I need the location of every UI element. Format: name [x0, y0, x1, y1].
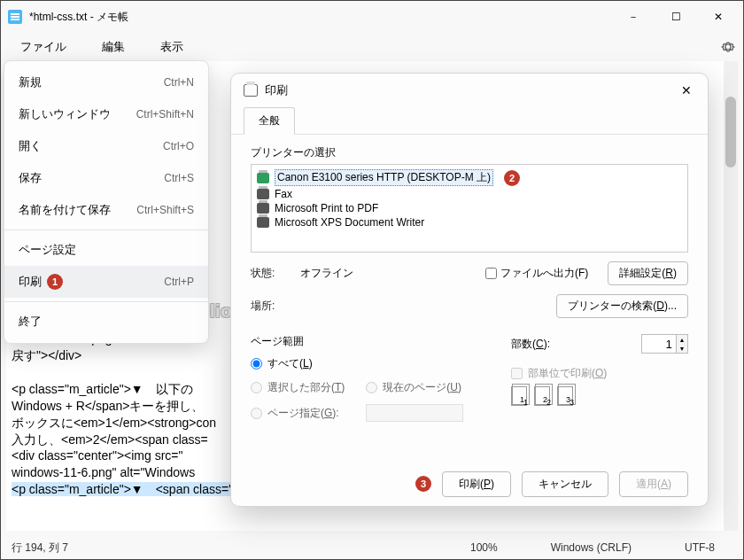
range-all-radio[interactable]: すべて(L): [251, 356, 313, 371]
printer-item[interactable]: Microsoft XPS Document Writer: [257, 215, 682, 229]
printer-list[interactable]: Canon E3100 series HTTP (DESKTOP-M 上)2 F…: [251, 164, 688, 253]
maximize-button[interactable]: ☐: [665, 6, 686, 27]
dialog-tabs: 全般: [231, 107, 708, 135]
badge-3: 3: [415, 476, 431, 492]
printer-icon: [257, 217, 269, 228]
page-range-label: ページ範囲: [251, 334, 484, 349]
minimize-button[interactable]: －: [623, 6, 644, 27]
copies-label: 部数(C):: [511, 337, 550, 352]
menu-exit[interactable]: 終了: [4, 306, 208, 338]
range-current-radio[interactable]: 現在のページ(U): [366, 380, 461, 395]
window-title: *html-css.txt - メモ帳: [29, 10, 623, 25]
dialog-close-button[interactable]: ✕: [674, 78, 699, 103]
printer-item-selected[interactable]: Canon E3100 series HTTP (DESKTOP-M 上)2: [257, 168, 682, 187]
menu-view[interactable]: 表示: [148, 35, 196, 58]
collate-icon: 11 22 33: [511, 386, 688, 406]
print-dialog: 印刷 ✕ 全般 プリンターの選択 Canon E3100 series HTTP…: [230, 73, 709, 507]
location-label: 場所:: [251, 299, 291, 314]
status-position: 行 194, 列 7: [12, 541, 68, 556]
gear-icon: [720, 39, 736, 55]
tab-general[interactable]: 全般: [244, 107, 295, 135]
menu-edit[interactable]: 編集: [89, 35, 137, 58]
page-range-input[interactable]: [366, 404, 463, 422]
copies-input[interactable]: [641, 334, 677, 354]
menubar: ファイル 編集 表示: [1, 33, 743, 61]
menu-page-setup[interactable]: ページ設定: [4, 234, 208, 266]
menu-open[interactable]: 開くCtrl+O: [4, 130, 208, 162]
collate-checkbox: 部単位で印刷(O): [511, 366, 688, 381]
printer-item[interactable]: Microsoft Print to PDF: [257, 201, 682, 215]
printer-icon: [257, 173, 269, 183]
printer-icon: [244, 84, 258, 97]
status-label: 状態:: [251, 266, 291, 281]
menu-separator: [4, 229, 208, 230]
statusbar: 行 194, 列 7 100% Windows (CRLF) UTF-8: [1, 536, 743, 559]
status-eol: Windows (CRLF): [551, 541, 632, 554]
dialog-header: 印刷 ✕: [231, 74, 708, 107]
printer-item[interactable]: Fax: [257, 187, 682, 201]
find-printer-button[interactable]: プリンターの検索(D)...: [556, 294, 688, 318]
status-value: オフライン: [300, 266, 407, 281]
copies-down-button[interactable]: ▼: [677, 344, 687, 353]
titlebar: *html-css.txt - メモ帳 － ☐ ✕: [1, 1, 743, 33]
menu-file[interactable]: ファイル: [8, 35, 79, 58]
menu-new-window[interactable]: 新しいウィンドウCtrl+Shift+N: [4, 98, 208, 130]
print-to-file-checkbox[interactable]: ファイルへ出力(F): [485, 266, 588, 281]
preferences-button[interactable]: 詳細設定(R): [608, 261, 688, 285]
notepad-icon: [8, 10, 22, 24]
vertical-scrollbar[interactable]: [724, 61, 738, 531]
menu-new[interactable]: 新規Ctrl+N: [4, 66, 208, 98]
dialog-title: 印刷: [265, 82, 674, 98]
badge-2: 2: [504, 170, 520, 186]
close-button[interactable]: ✕: [708, 6, 729, 27]
menu-save-as[interactable]: 名前を付けて保存Ctrl+Shift+S: [4, 194, 208, 226]
print-button[interactable]: 印刷(P): [442, 471, 511, 497]
status-zoom: 100%: [470, 541, 498, 554]
printer-select-label: プリンターの選択: [251, 145, 688, 160]
printer-icon: [257, 189, 269, 199]
scrollbar-thumb[interactable]: [725, 97, 736, 167]
badge-1: 1: [47, 274, 63, 290]
file-menu: 新規Ctrl+N 新しいウィンドウCtrl+Shift+N 開くCtrl+O 保…: [4, 60, 209, 344]
printer-icon: [257, 203, 269, 214]
range-pages-radio[interactable]: ページ指定(G):: [251, 406, 339, 421]
cancel-button[interactable]: キャンセル: [522, 471, 608, 497]
menu-save[interactable]: 保存Ctrl+S: [4, 162, 208, 194]
apply-button: 適用(A): [619, 471, 688, 497]
copies-up-button[interactable]: ▲: [677, 335, 687, 344]
range-selection-radio[interactable]: 選択した部分(T): [251, 380, 345, 395]
menu-separator: [4, 301, 208, 302]
menu-print[interactable]: 印刷1Ctrl+P: [4, 266, 208, 298]
settings-button[interactable]: [720, 39, 736, 55]
status-encoding: UTF-8: [685, 541, 715, 554]
